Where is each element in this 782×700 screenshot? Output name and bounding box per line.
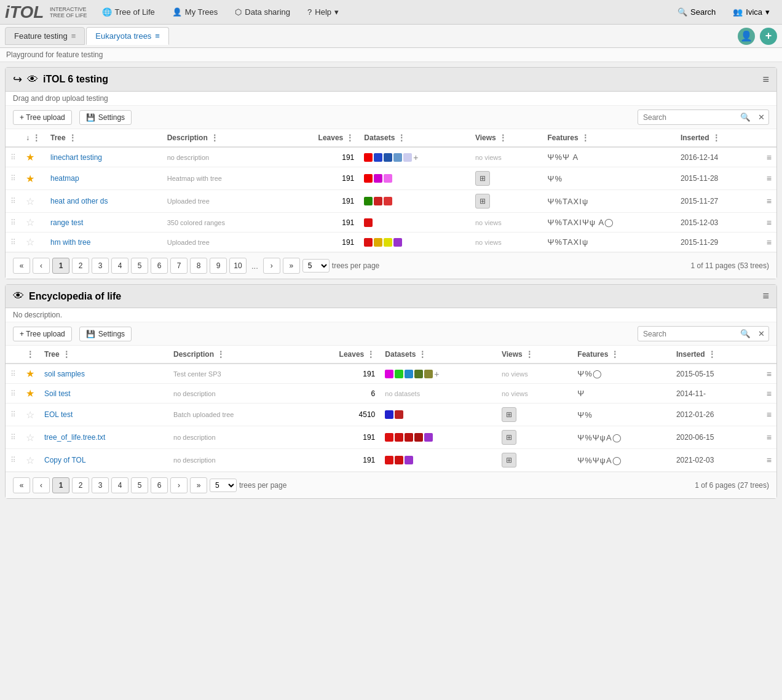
page-6-button[interactable]: 6 xyxy=(151,258,168,274)
section-menu-button[interactable]: ≡ xyxy=(762,73,769,86)
view-grid-icon[interactable]: ⊞ xyxy=(475,194,490,209)
add-dataset-button[interactable]: + xyxy=(434,369,439,379)
row-menu-button[interactable]: ≡ xyxy=(767,196,772,206)
drag-handle[interactable]: ⠿ xyxy=(6,167,21,190)
tree-name-link[interactable]: Soil test xyxy=(44,389,71,398)
row-menu-button[interactable]: ≡ xyxy=(767,173,772,183)
page-3-button-eol[interactable]: 3 xyxy=(92,477,109,493)
col-menu-views[interactable]: ⋮ xyxy=(499,133,507,143)
per-page-select[interactable]: 51025 xyxy=(302,259,330,272)
star-icon[interactable]: ☆ xyxy=(26,237,34,247)
page-10-button[interactable]: 10 xyxy=(229,258,247,274)
star-icon[interactable]: ★ xyxy=(26,368,34,379)
user-menu[interactable]: 👥 Ivica ▾ xyxy=(725,5,777,19)
search-submit-button-eol[interactable]: 🔍 xyxy=(737,327,754,341)
page-5-button[interactable]: 5 xyxy=(131,258,148,274)
nav-tree-of-life[interactable]: 🌐 Tree of Life xyxy=(95,5,162,19)
drag-handle[interactable]: ⠿ xyxy=(6,190,21,213)
nav-my-trees[interactable]: 👤 My Trees xyxy=(165,5,225,19)
col-menu-inserted[interactable]: ⋮ xyxy=(712,133,721,143)
view-grid-icon[interactable]: ⊞ xyxy=(502,453,516,467)
star-icon[interactable]: ☆ xyxy=(26,432,34,443)
tree-name-link[interactable]: hm with tree xyxy=(50,238,90,247)
tab-menu-icon[interactable]: ≡ xyxy=(155,31,160,41)
page-prev-button-eol[interactable]: ‹ xyxy=(33,477,50,493)
row-menu-button[interactable]: ≡ xyxy=(767,237,772,247)
col-menu-tree-eol[interactable]: ⋮ xyxy=(62,349,71,359)
view-grid-icon[interactable]: ⊞ xyxy=(475,171,490,186)
col-menu-datasets-eol[interactable]: ⋮ xyxy=(418,349,427,359)
search-clear-button-eol[interactable]: ✕ xyxy=(754,327,768,341)
drag-handle[interactable]: ⠿ xyxy=(6,364,21,384)
page-1-button[interactable]: 1 xyxy=(52,258,69,274)
tree-name-link[interactable]: range test xyxy=(50,218,83,227)
page-7-button[interactable]: 7 xyxy=(170,258,188,274)
page-last-button-eol[interactable]: » xyxy=(190,477,207,493)
col-menu-tree[interactable]: ⋮ xyxy=(68,133,77,143)
search-input-eol[interactable] xyxy=(638,327,737,341)
nav-data-sharing[interactable]: ⬡ Data sharing xyxy=(227,5,298,19)
tree-upload-button-eol[interactable]: + Tree upload xyxy=(13,327,72,341)
page-4-button-eol[interactable]: 4 xyxy=(111,477,128,493)
tree-name-link[interactable]: heat and other ds xyxy=(50,197,108,205)
page-2-button[interactable]: 2 xyxy=(72,258,89,274)
page-first-button-eol[interactable]: « xyxy=(13,477,30,493)
search-submit-button[interactable]: 🔍 xyxy=(737,110,754,124)
col-menu-desc-eol[interactable]: ⋮ xyxy=(216,349,225,359)
search-button[interactable]: 🔍 Search xyxy=(670,5,723,19)
page-first-button[interactable]: « xyxy=(13,258,30,274)
drag-handle[interactable]: ⠿ xyxy=(6,233,21,252)
col-menu-eol-star[interactable]: ⋮ xyxy=(26,349,34,359)
row-menu-button[interactable]: ≡ xyxy=(767,410,772,420)
section-menu-button-eol[interactable]: ≡ xyxy=(762,290,769,303)
star-icon[interactable]: ★ xyxy=(26,173,34,184)
search-clear-button[interactable]: ✕ xyxy=(754,110,768,124)
star-icon[interactable]: ☆ xyxy=(26,410,34,420)
tab-feature-testing[interactable]: Feature testing ≡ xyxy=(5,27,85,45)
drag-handle[interactable]: ⠿ xyxy=(6,404,21,426)
drag-handle[interactable]: ⠿ xyxy=(6,213,21,233)
page-2-button-eol[interactable]: 2 xyxy=(72,477,89,493)
view-grid-icon[interactable]: ⊞ xyxy=(502,407,516,422)
row-menu-button[interactable]: ≡ xyxy=(767,432,772,442)
page-9-button[interactable]: 9 xyxy=(210,258,227,274)
row-menu-button[interactable]: ≡ xyxy=(767,389,772,399)
row-menu-button[interactable]: ≡ xyxy=(767,153,772,162)
settings-button[interactable]: 💾 Settings xyxy=(79,110,132,125)
col-menu-features[interactable]: ⋮ xyxy=(581,133,590,143)
tab-eukaryota-trees[interactable]: Eukaryota trees ≡ xyxy=(86,27,169,45)
settings-button-eol[interactable]: 💾 Settings xyxy=(79,327,132,341)
star-icon[interactable]: ★ xyxy=(26,388,34,399)
page-3-button[interactable]: 3 xyxy=(92,258,109,274)
page-last-button[interactable]: » xyxy=(283,258,300,274)
row-menu-button[interactable]: ≡ xyxy=(767,455,772,465)
col-menu-desc[interactable]: ⋮ xyxy=(210,133,219,143)
star-icon[interactable]: ★ xyxy=(26,152,34,162)
page-4-button[interactable]: 4 xyxy=(111,258,128,274)
row-menu-button[interactable]: ≡ xyxy=(767,218,772,228)
per-page-select-eol[interactable]: 51025 xyxy=(210,479,237,492)
col-menu-datasets[interactable]: ⋮ xyxy=(397,133,406,143)
tree-name-link[interactable]: linechart testing xyxy=(50,153,102,162)
page-1-button-eol[interactable]: 1 xyxy=(52,477,69,493)
page-next-button-eol[interactable]: › xyxy=(170,477,188,493)
drag-handle[interactable]: ⠿ xyxy=(6,384,21,404)
add-user-icon[interactable]: 👤 xyxy=(738,28,755,45)
row-menu-button[interactable]: ≡ xyxy=(767,369,772,379)
col-menu-inserted-eol[interactable]: ⋮ xyxy=(708,349,716,359)
view-grid-icon[interactable]: ⊞ xyxy=(502,430,516,445)
col-menu-leaves[interactable]: ⋮ xyxy=(346,133,354,143)
col-menu-views-eol[interactable]: ⋮ xyxy=(525,349,534,359)
page-next-button[interactable]: › xyxy=(263,258,280,274)
page-8-button[interactable]: 8 xyxy=(190,258,207,274)
tree-name-link[interactable]: tree_of_life.tree.txt xyxy=(44,433,105,442)
drag-handle[interactable]: ⠿ xyxy=(6,147,21,167)
drag-handle[interactable]: ⠿ xyxy=(6,426,21,449)
star-icon[interactable]: ☆ xyxy=(26,217,34,228)
tree-name-link[interactable]: soil samples xyxy=(44,370,85,378)
page-5-button-eol[interactable]: 5 xyxy=(131,477,148,493)
page-6-button-eol[interactable]: 6 xyxy=(151,477,168,493)
star-icon[interactable]: ☆ xyxy=(26,196,34,207)
col-menu-features-eol[interactable]: ⋮ xyxy=(610,349,619,359)
tree-name-link[interactable]: heatmap xyxy=(50,174,79,183)
